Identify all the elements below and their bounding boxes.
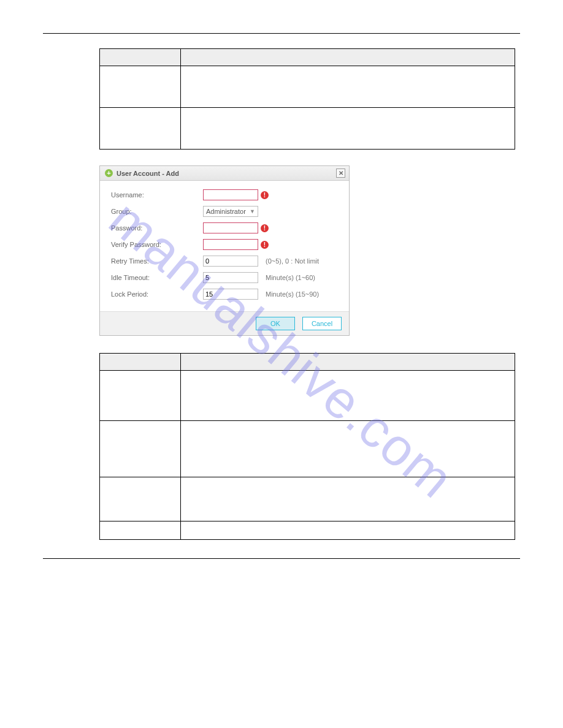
idle-timeout-label: Idle Timeout: (111, 274, 203, 281)
username-input[interactable] (203, 189, 258, 200)
spec-table-1 (99, 48, 515, 150)
table2-row3-label (100, 477, 181, 521)
lock-period-hint: Minute(s) (15~90) (266, 290, 319, 298)
ok-button-label: OK (270, 320, 280, 327)
table2-row3-desc (181, 477, 515, 521)
plus-icon: + (105, 169, 113, 177)
user-account-add-dialog: + User Account - Add ✕ Username: ! Group… (99, 165, 350, 336)
table2-header-1 (100, 354, 181, 371)
table2-row4-label (100, 521, 181, 540)
verify-password-label: Verify Password: (111, 241, 203, 248)
idle-timeout-hint: Minute(s) (1~60) (266, 274, 315, 281)
table2-row2-label (100, 421, 181, 477)
cancel-button[interactable]: Cancel (302, 317, 342, 330)
header-rule (43, 33, 520, 34)
password-input[interactable] (203, 222, 258, 233)
cancel-button-label: Cancel (312, 320, 332, 327)
table1-row2-desc (181, 108, 515, 150)
chevron-down-icon: ▼ (250, 208, 255, 214)
close-icon[interactable]: ✕ (336, 169, 345, 178)
group-selected: Administrator (206, 208, 246, 215)
table1-row2-label (100, 108, 181, 150)
table2-row1-label (100, 371, 181, 421)
error-icon: ! (261, 224, 269, 232)
retry-times-hint: (0~5), 0 : Not limit (266, 257, 319, 265)
username-label: Username: (111, 191, 203, 199)
table1-row1-desc (181, 66, 515, 108)
ok-button[interactable]: OK (256, 317, 295, 330)
verify-password-input[interactable] (203, 239, 258, 250)
retry-times-label: Retry Times: (111, 257, 203, 265)
table1-header-1 (100, 49, 181, 66)
table1-row1-label (100, 66, 181, 108)
retry-times-input[interactable] (203, 256, 258, 267)
table2-row2-desc (181, 421, 515, 477)
dialog-footer: OK Cancel (100, 311, 349, 335)
table2-row1-desc (181, 371, 515, 421)
lock-period-input[interactable] (203, 289, 258, 300)
error-icon: ! (261, 241, 269, 249)
password-label: Password: (111, 224, 203, 232)
table2-header-2 (181, 354, 515, 371)
group-label: Group: (111, 208, 203, 215)
dialog-title-text: User Account - Add (117, 170, 179, 177)
dialog-titlebar: + User Account - Add ✕ (100, 166, 349, 181)
footer-rule (43, 558, 520, 559)
lock-period-label: Lock Period: (111, 290, 203, 298)
error-icon: ! (261, 191, 269, 199)
table2-row4-desc (181, 521, 515, 540)
idle-timeout-input[interactable] (203, 272, 258, 283)
group-dropdown[interactable]: Administrator ▼ (203, 206, 258, 217)
spec-table-2 (99, 353, 515, 540)
table1-header-2 (181, 49, 515, 66)
dialog-body: Username: ! Group: Administrator ▼ Passw… (100, 181, 349, 311)
